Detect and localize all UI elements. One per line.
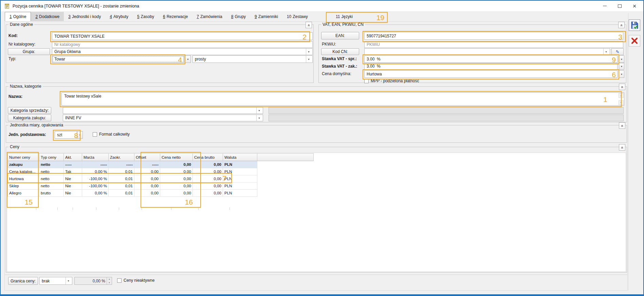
cell[interactable]: 0,00 %: [82, 168, 109, 175]
tab-ogolne[interactable]: 1Ogólne: [5, 12, 31, 21]
grupa-label-button[interactable]: Grupa:: [8, 48, 50, 55]
granica-ceny-dropdown[interactable]: brak▼: [39, 277, 72, 285]
cell[interactable]: 0,00: [134, 190, 160, 197]
typ-dropdown-arrow-button[interactable]: ▼: [185, 55, 191, 63]
kod-cn-dropdown[interactable]: ▼: [364, 48, 610, 55]
tab-grupy[interactable]: 8Grupy: [227, 12, 250, 21]
jedn-podstawowa-arrow-button[interactable]: ▼: [77, 131, 83, 139]
cell[interactable]: Hurtowa: [7, 175, 39, 182]
chevron-down-icon[interactable]: ▼: [603, 49, 608, 55]
restore-button[interactable]: [612, 1, 627, 11]
cell[interactable]: 0,00: [160, 190, 193, 197]
cena-domyslna-dropdown[interactable]: Hurtowa: [364, 70, 618, 78]
tab-rezerwacje[interactable]: 6Rezerwacje: [159, 12, 192, 21]
cell[interactable]: Allegro: [7, 190, 39, 197]
tab-atrybuty[interactable]: 4Atrybuty: [105, 12, 133, 21]
stawka-vat-zak-dropdown[interactable]: 3.00 %: [364, 63, 618, 70]
cell[interactable]: 0,00: [193, 161, 223, 168]
chevron-up-icon[interactable]: ▲: [619, 93, 624, 98]
cena-domyslna-arrow-button[interactable]: ▼: [619, 70, 624, 78]
typ-dropdown[interactable]: Towar: [52, 55, 184, 63]
pkwiu-input[interactable]: PKWiU: [364, 41, 623, 48]
granica-procent-spinner[interactable]: 0,00 % ▲▼: [74, 277, 112, 285]
cell[interactable]: 0,00: [160, 161, 193, 168]
kategoria-zakupu-dropdown[interactable]: INNE FV▼: [63, 115, 263, 121]
stawka-vat-spr-dropdown[interactable]: 3.00 %: [364, 55, 618, 63]
table-row-zakupu[interactable]: zakupu netto ----- ----- ----- ----- 0,0…: [7, 161, 626, 168]
granica-ceny-label-button[interactable]: Granica ceny:: [8, 277, 38, 285]
cell[interactable]: 0,00: [160, 182, 193, 190]
cell[interactable]: -100,00 %: [82, 175, 109, 182]
collapse-ceny-button[interactable]: «: [619, 144, 625, 151]
cell[interactable]: 0,00: [134, 182, 160, 190]
save-button[interactable]: [629, 19, 640, 31]
cell[interactable]: netto: [39, 161, 64, 168]
cell[interactable]: Sklep: [7, 182, 39, 190]
cell[interactable]: Nie: [64, 190, 82, 197]
cell[interactable]: 0,00: [134, 175, 160, 182]
column-header-numer-ceny[interactable]: Numer ceny: [7, 153, 39, 161]
cell[interactable]: 0,00 %: [82, 190, 109, 197]
kod-cn-edit-button[interactable]: ✎: [611, 48, 624, 55]
cell[interactable]: 0,01: [109, 168, 134, 175]
ceny-nieaktywne-checkbox[interactable]: [117, 278, 122, 283]
mpp-checkbox[interactable]: [364, 79, 369, 83]
cell[interactable]: Cena katalog...: [7, 168, 39, 175]
stawka-vat-zak-arrow-button[interactable]: ▼: [619, 63, 624, 70]
cell[interactable]: netto: [39, 175, 64, 182]
cell[interactable]: 0,01: [109, 175, 134, 182]
kod-cn-label-button[interactable]: Kod CN:: [321, 48, 359, 55]
cell[interactable]: -----: [82, 161, 109, 168]
collapse-dane-ogolne-button[interactable]: «: [306, 22, 312, 28]
column-header-typ-ceny[interactable]: Typ ceny: [39, 153, 64, 161]
column-header-marza[interactable]: Marża: [82, 153, 109, 161]
cell[interactable]: -----: [64, 161, 82, 168]
cell[interactable]: PLN: [223, 175, 257, 182]
column-header-akt[interactable]: Akt.: [64, 153, 82, 161]
podtyp-dropdown[interactable]: prosty▼: [192, 55, 313, 63]
chevron-down-icon[interactable]: ▼: [66, 277, 70, 284]
titlebar[interactable]: Pozycja cennika [TOWAR TESTOWY XSALE] - …: [1, 1, 643, 11]
cell[interactable]: 0,01: [109, 190, 134, 197]
cell[interactable]: -100,00 %: [82, 182, 109, 190]
column-header-waluta[interactable]: Waluta: [223, 153, 257, 161]
stawka-vat-spr-arrow-button[interactable]: ▼: [619, 55, 624, 63]
cell[interactable]: 0,01: [109, 182, 134, 190]
chevron-down-icon[interactable]: ▼: [619, 100, 624, 105]
cell[interactable]: -----: [109, 161, 134, 168]
kategoria-sprzedazy-dropdown[interactable]: ▼: [63, 107, 263, 114]
collapse-jednostka-button[interactable]: «: [619, 122, 625, 129]
kod-input[interactable]: TOWAR TESTOWY XSALE: [52, 32, 313, 40]
cancel-button[interactable]: [629, 35, 640, 47]
cell[interactable]: zakupu: [7, 161, 39, 168]
cell[interactable]: 0,00: [160, 175, 193, 182]
kategoria-sprzedazy-label-button[interactable]: Kategoria sprzedaży:: [8, 107, 51, 114]
cell[interactable]: -----: [134, 161, 160, 168]
cell[interactable]: 0,00: [193, 182, 223, 190]
cell[interactable]: PLN: [223, 168, 257, 175]
minimize-button[interactable]: [597, 1, 612, 11]
cell[interactable]: Nie: [64, 175, 82, 182]
chevron-down-icon[interactable]: ▼: [256, 115, 261, 121]
ean-input[interactable]: 5907719415727: [364, 32, 623, 40]
column-header-offset[interactable]: Offset: [134, 153, 160, 161]
column-header-cena-netto[interactable]: Cena netto: [160, 153, 193, 161]
cell[interactable]: 0,00: [160, 168, 193, 175]
nr-katalogowy-input[interactable]: Nr katalogowy: [52, 41, 313, 48]
grupa-dropdown[interactable]: Grupa Główna▼: [52, 48, 313, 55]
cell[interactable]: Nie: [64, 182, 82, 190]
collapse-nazwa-button[interactable]: «: [619, 84, 625, 90]
spinner-arrows[interactable]: ▲▼: [107, 277, 112, 284]
cell[interactable]: netto: [39, 168, 64, 175]
collapse-vat-button[interactable]: «: [618, 22, 625, 28]
ean-label-button[interactable]: EAN:: [321, 32, 359, 39]
chevron-down-icon[interactable]: ▼: [306, 49, 310, 55]
chevron-down-icon[interactable]: ▼: [256, 107, 261, 114]
cell[interactable]: 0,00: [134, 168, 160, 175]
column-header-cena-brutto[interactable]: Cena brutto: [193, 153, 223, 161]
cell[interactable]: Tak: [64, 168, 82, 175]
table-row-allegro[interactable]: Allegro brutto Nie 0,00 % 0,01 0,00 0,00…: [7, 190, 626, 197]
cell[interactable]: 0,00: [193, 168, 223, 175]
cell[interactable]: 0,00: [193, 175, 223, 182]
nazwa-scrollbar[interactable]: ▲▼: [619, 93, 624, 105]
